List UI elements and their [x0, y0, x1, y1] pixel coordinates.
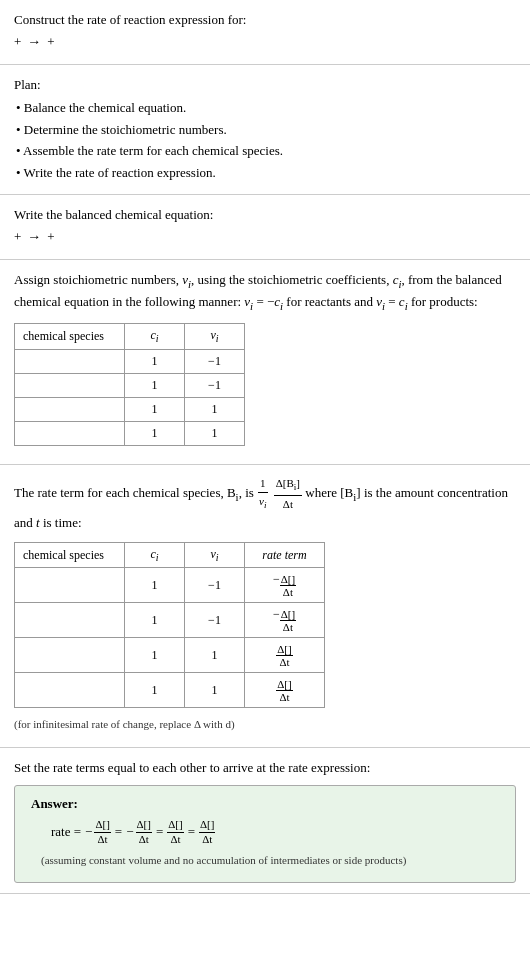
t2-species-1 [15, 603, 125, 638]
col-header-ci-2: ci [125, 542, 185, 567]
t2-species-3 [15, 673, 125, 708]
t1-species-2 [15, 397, 125, 421]
t2-ci-1: 1 [125, 603, 185, 638]
section-rate-term: The rate term for each chemical species,… [0, 465, 530, 748]
table1-row-3: 1 1 [15, 421, 245, 445]
rate-frac-4: Δ[] Δt [199, 818, 215, 845]
rate-frac-1: Δ[] Δt [94, 818, 110, 845]
plan-label: Plan: [14, 75, 516, 95]
answer-label: Answer: [31, 796, 499, 812]
t2-rate-3: Δ[]Δt [245, 673, 325, 708]
t2-species-0 [15, 568, 125, 603]
t1-ci-2: 1 [125, 397, 185, 421]
table1-row-0: 1 −1 [15, 349, 245, 373]
col-header-rate-2: rate term [245, 542, 325, 567]
t1-ci-1: 1 [125, 373, 185, 397]
t2-ratefrac-1: Δ[]Δt [280, 608, 296, 633]
t1-vi-1: −1 [185, 373, 245, 397]
equals-1: = [115, 824, 122, 840]
col-header-species-2: chemical species [15, 542, 125, 567]
equals-2: = [156, 824, 163, 840]
t1-ci-3: 1 [125, 421, 185, 445]
plus-icon-1: + [14, 34, 21, 50]
section-plan: Plan: • Balance the chemical equation. •… [0, 65, 530, 196]
plan-step-4: • Write the rate of reaction expression. [16, 163, 516, 183]
t2-rate-2: Δ[]Δt [245, 638, 325, 673]
table1-row-1: 1 −1 [15, 373, 245, 397]
plan-step-2: • Determine the stoichiometric numbers. [16, 120, 516, 140]
stoich-table-2: chemical species ci νi rate term 1 −1 −Δ… [14, 542, 325, 708]
plan-list: • Balance the chemical equation. • Deter… [16, 98, 516, 182]
t2-ratefrac-0: Δ[]Δt [280, 573, 296, 598]
plan-step-1: • Balance the chemical equation. [16, 98, 516, 118]
t2-vi-2: 1 [185, 638, 245, 673]
col-header-species-1: chemical species [15, 324, 125, 349]
t1-ci-0: 1 [125, 349, 185, 373]
bal-arrow: → [27, 229, 41, 245]
t2-vi-1: −1 [185, 603, 245, 638]
t2-ci-2: 1 [125, 638, 185, 673]
t2-species-2 [15, 638, 125, 673]
bal-plus-2: + [47, 229, 54, 245]
answer-box: Answer: rate = − Δ[] Δt = − Δ[] Δt = [14, 785, 516, 883]
t1-species-0 [15, 349, 125, 373]
t1-vi-2: 1 [185, 397, 245, 421]
section-balanced: Write the balanced chemical equation: + … [0, 195, 530, 260]
rate-term-2: − Δ[] Δt [126, 818, 152, 845]
t1-vi-0: −1 [185, 349, 245, 373]
col-header-vi-2: νi [185, 542, 245, 567]
t2-vi-0: −1 [185, 568, 245, 603]
t2-ratefrac-2: Δ[]Δt [276, 643, 292, 668]
t2-ci-0: 1 [125, 568, 185, 603]
t2-ci-3: 1 [125, 673, 185, 708]
rate-term-intro-text: The rate term for each chemical species,… [14, 475, 516, 534]
balanced-reaction-line: + → + [14, 229, 516, 245]
plan-step-3: • Assemble the rate term for each chemic… [16, 141, 516, 161]
t1-vi-3: 1 [185, 421, 245, 445]
rate-term-1: − Δ[] Δt [85, 818, 111, 845]
set-equal-text: Set the rate terms equal to each other t… [14, 758, 516, 778]
t2-vi-3: 1 [185, 673, 245, 708]
col-header-vi-1: νi [185, 324, 245, 349]
plus-icon-2: + [47, 34, 54, 50]
table2-row-1: 1 −1 −Δ[]Δt [15, 603, 325, 638]
table2-row-0: 1 −1 −Δ[]Δt [15, 568, 325, 603]
arrow-icon-1: → [27, 34, 41, 50]
t2-ratefrac-3: Δ[]Δt [276, 678, 292, 703]
t1-species-3 [15, 421, 125, 445]
balanced-label: Write the balanced chemical equation: [14, 205, 516, 225]
answer-note: (assuming constant volume and no accumul… [31, 852, 499, 869]
section-stoich: Assign stoichiometric numbers, νi, using… [0, 260, 530, 465]
bal-plus-1: + [14, 229, 21, 245]
col-header-ci-1: ci [125, 324, 185, 349]
rate-equation: rate = − Δ[] Δt = − Δ[] Δt = Δ[ [31, 818, 499, 845]
main-title: Construct the rate of reaction expressio… [14, 10, 516, 30]
t2-rate-0: −Δ[]Δt [245, 568, 325, 603]
section-set-equal: Set the rate terms equal to each other t… [0, 748, 530, 894]
rate-frac-3: Δ[] Δt [167, 818, 183, 845]
section-title: Construct the rate of reaction expressio… [0, 0, 530, 65]
equals-3: = [188, 824, 195, 840]
table1-row-2: 1 1 [15, 397, 245, 421]
infinitesimal-note: (for infinitesimal rate of change, repla… [14, 716, 516, 733]
table2-row-3: 1 1 Δ[]Δt [15, 673, 325, 708]
rate-frac-2: Δ[] Δt [136, 818, 152, 845]
reaction-line-1: + → + [14, 34, 516, 50]
rate-label: rate = [51, 824, 81, 840]
stoich-intro-text: Assign stoichiometric numbers, νi, using… [14, 270, 516, 316]
t2-rate-1: −Δ[]Δt [245, 603, 325, 638]
table2-row-2: 1 1 Δ[]Δt [15, 638, 325, 673]
stoich-table-1: chemical species ci νi 1 −1 1 −1 1 1 1 1 [14, 323, 245, 445]
t1-species-1 [15, 373, 125, 397]
